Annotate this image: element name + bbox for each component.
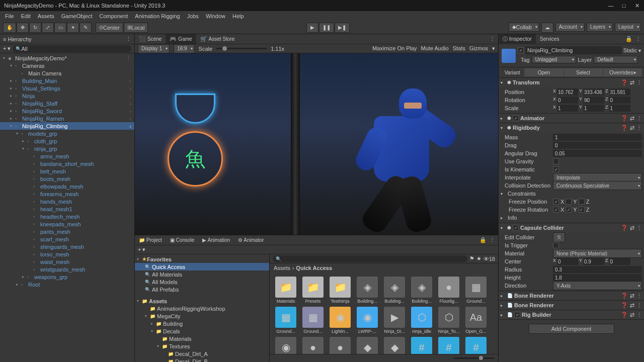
hierarchy-item[interactable]: ▸▫weapons_grp bbox=[0, 273, 134, 281]
x-field[interactable] bbox=[557, 88, 578, 96]
project-search[interactable]: 🔍 bbox=[273, 255, 467, 262]
checkbox[interactable] bbox=[553, 242, 559, 248]
inspector-menu-icon[interactable]: ⋮ bbox=[635, 36, 641, 42]
step-button[interactable]: ▶❚ bbox=[335, 23, 350, 33]
asset-item[interactable]: 📁Presets bbox=[301, 277, 325, 304]
scale-tool[interactable]: ⤢ bbox=[42, 23, 54, 33]
dropdown[interactable]: Y-Axis bbox=[553, 281, 642, 290]
asset-item[interactable]: ◉Lightin... bbox=[328, 307, 352, 334]
component-header[interactable]: ▸📄Bone Renderer❓⇄⋮ bbox=[499, 301, 644, 310]
inspector-lock-icon[interactable]: 🔒 bbox=[625, 36, 632, 42]
checkbox[interactable] bbox=[553, 158, 559, 164]
scene-root[interactable]: ▾◆NinjaMegacityDemo* ⋮ bbox=[0, 54, 134, 62]
static-checkbox[interactable]: Static ▾ bbox=[623, 47, 641, 53]
asset-item[interactable]: ●Reflecti... bbox=[301, 337, 325, 354]
favorite-item[interactable]: 🔍Quick Access bbox=[135, 263, 269, 270]
asset-item[interactable]: 📁Materials bbox=[274, 277, 298, 304]
aspect-dropdown[interactable]: 16:9 bbox=[174, 44, 194, 53]
object-name-field[interactable]: NinjaRig_Climbing bbox=[525, 46, 622, 54]
hierarchy-item[interactable]: ▫scarf_mesh bbox=[0, 235, 134, 243]
hierarchy-item[interactable]: ▫Main Camera bbox=[0, 69, 134, 77]
asset-item[interactable]: ●Floorlig... bbox=[437, 277, 461, 304]
tab-asset-store[interactable]: 🛒Asset Store bbox=[196, 34, 239, 44]
hierarchy-item[interactable]: ▫head_mesh1 bbox=[0, 205, 134, 213]
hierarchy-item[interactable]: ▫pants_mesh bbox=[0, 228, 134, 235]
scene-option[interactable]: Mute Audio bbox=[421, 45, 449, 52]
search-save-icon[interactable]: ★ bbox=[476, 255, 481, 262]
search-filter-icon[interactable]: ⚑ bbox=[469, 255, 474, 262]
tab-project[interactable]: 📁 Project bbox=[135, 236, 166, 244]
hand-tool[interactable]: ✋ bbox=[3, 23, 16, 33]
layer-dropdown[interactable]: Default bbox=[594, 56, 638, 63]
asset-item[interactable]: ▦Ground... bbox=[301, 307, 325, 334]
asset-item[interactable]: ⬡Ninja_To... bbox=[437, 307, 461, 334]
hierarchy-item[interactable]: ▾▫NinjaRig_Climbing› bbox=[0, 122, 134, 130]
component-header[interactable]: ▾⬢✓Capsule Collider❓⇄⋮ bbox=[499, 223, 644, 232]
active-checkbox[interactable]: ✓ bbox=[518, 47, 524, 53]
hierarchy-item[interactable]: ▸▫Visual_Settings› bbox=[0, 84, 134, 92]
display-dropdown[interactable]: Display 1 bbox=[138, 44, 170, 53]
tab-game[interactable]: 🎮Game bbox=[166, 34, 196, 44]
component-header[interactable]: ▸⬢✓Animator❓⇄⋮ bbox=[499, 114, 644, 123]
asset-item[interactable]: 📁TestNinja bbox=[328, 277, 352, 304]
asset-item[interactable]: ◈Building... bbox=[382, 277, 407, 304]
minimize-icon[interactable]: — bbox=[608, 3, 614, 9]
tab-animator[interactable]: ⚙ Animator bbox=[234, 236, 268, 244]
hierarchy-item[interactable]: ▫bandana_short_mesh bbox=[0, 160, 134, 167]
y-field[interactable] bbox=[583, 97, 604, 104]
folder-item[interactable]: ▾📁Textures bbox=[135, 342, 269, 350]
menu-animation rigging[interactable]: Animation Rigging bbox=[132, 12, 183, 20]
create-dropdown[interactable]: + ▾ bbox=[3, 45, 11, 52]
hidden-toggle[interactable]: 👁18 bbox=[484, 256, 495, 262]
menu-component[interactable]: Component bbox=[96, 12, 131, 20]
asset-item[interactable]: ⬡ninja_idle bbox=[410, 307, 434, 334]
hierarchy-item[interactable]: ▫elbowpads_mesh bbox=[0, 183, 134, 190]
hierarchy-item[interactable]: ▫shinguards_mesh bbox=[0, 243, 134, 250]
scale-slider[interactable] bbox=[216, 48, 267, 49]
folder-item[interactable]: ▾📁Decals bbox=[135, 327, 269, 335]
folder-item[interactable]: 📁Materials bbox=[135, 335, 269, 342]
tab-animation[interactable]: ▶ Animation bbox=[198, 236, 234, 244]
tag-dropdown[interactable]: Untagged bbox=[532, 56, 576, 63]
folder-item[interactable]: 📁AnimationRiggingWorkshop bbox=[135, 305, 269, 312]
assets-header[interactable]: ▾📁 Assets bbox=[135, 297, 269, 305]
hierarchy-search[interactable]: 🔍 All bbox=[13, 45, 131, 52]
folder-item[interactable]: 📁Decal_Dirt_A bbox=[135, 350, 269, 357]
hierarchy-item[interactable]: ▸▫NinjaRig_Staff› bbox=[0, 100, 134, 107]
custom-tool[interactable]: ✎ bbox=[79, 23, 92, 33]
asset-item[interactable]: #TwistC... bbox=[464, 337, 488, 354]
z-field[interactable] bbox=[609, 97, 630, 104]
hierarchy-item[interactable]: ▸▫cloth_grp bbox=[0, 137, 134, 145]
hierarchy-item[interactable]: ▫headtech_mesh bbox=[0, 213, 134, 220]
asset-item[interactable]: ◈Building... bbox=[410, 277, 434, 304]
collab-dropdown[interactable]: ◆ Collab bbox=[509, 23, 539, 32]
hierarchy-item[interactable]: ▸▫Building_Main› bbox=[0, 77, 134, 84]
prefab-select-button[interactable]: Select bbox=[564, 68, 603, 76]
favorite-item[interactable]: 🔍All Materials bbox=[135, 270, 269, 278]
hierarchy-item[interactable]: ▫belt_mesh bbox=[0, 167, 134, 175]
close-icon[interactable]: ✕ bbox=[634, 3, 640, 9]
x-field[interactable] bbox=[557, 105, 578, 112]
hierarchy-item[interactable]: ▾▫Cameras bbox=[0, 62, 134, 69]
asset-item[interactable]: ◈Building... bbox=[355, 277, 379, 304]
project-lock-icon[interactable]: 🔒 bbox=[479, 237, 487, 243]
asset-item[interactable]: #TwistC... bbox=[410, 337, 434, 354]
pivot-button[interactable]: ⊙Center bbox=[96, 23, 123, 33]
component-header[interactable]: ▾⬢Transform❓⇄⋮ bbox=[499, 78, 644, 87]
tab-scene[interactable]: ⬛Scene bbox=[135, 34, 166, 44]
z-field[interactable] bbox=[609, 88, 630, 96]
hierarchy-item[interactable]: ▸▫NinjaRig_Sword› bbox=[0, 107, 134, 115]
value-field[interactable] bbox=[553, 142, 642, 149]
space-button[interactable]: ⊞Local bbox=[124, 23, 148, 33]
menu-assets[interactable]: Assets bbox=[35, 12, 57, 20]
hierarchy-item[interactable]: ▸▫Root bbox=[0, 281, 134, 288]
y-field[interactable] bbox=[583, 105, 604, 112]
maximize-icon[interactable]: □ bbox=[621, 3, 627, 9]
prefab-open-button[interactable]: Open bbox=[524, 68, 563, 76]
prefab-overrides-button[interactable]: Overrides ▾ bbox=[603, 68, 642, 76]
hierarchy-item[interactable]: ▫waist_mesh bbox=[0, 258, 134, 265]
cloud-button[interactable]: ☁ bbox=[541, 23, 553, 33]
menu-window[interactable]: Window bbox=[203, 12, 228, 20]
favorite-item[interactable]: 🔍All Models bbox=[135, 278, 269, 286]
add-component-button[interactable]: Add Component bbox=[529, 324, 614, 334]
